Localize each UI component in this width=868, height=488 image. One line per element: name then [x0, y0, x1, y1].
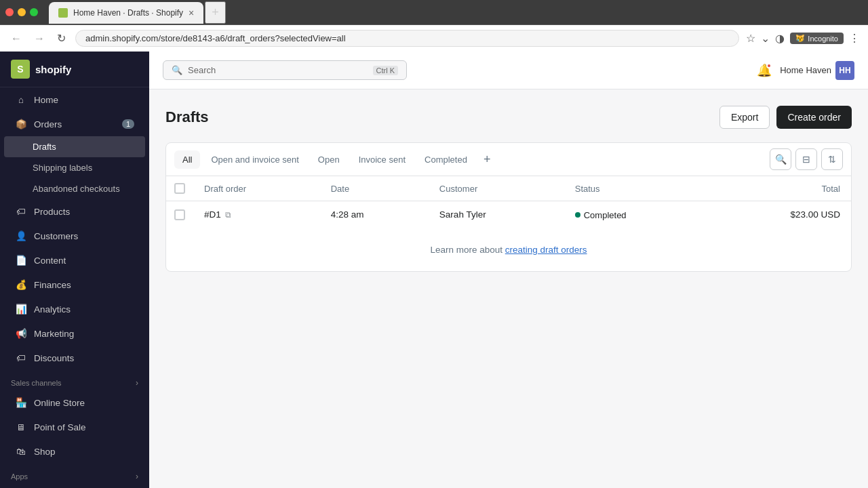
filter-tab-completed[interactable]: Completed: [416, 150, 475, 169]
filter-tab-invoice-sent[interactable]: Invoice sent: [351, 150, 414, 169]
row-checkbox[interactable]: [174, 209, 185, 220]
shopify-logo-letter: S: [17, 64, 23, 75]
filter-tab-all[interactable]: All: [174, 150, 200, 169]
col-draft-order: Draft order: [193, 176, 320, 201]
new-tab-btn[interactable]: +: [205, 1, 226, 24]
sidebar-item-label: Online Store: [34, 398, 85, 408]
window-controls: [5, 8, 38, 16]
filter-table-btn[interactable]: ⊟: [795, 148, 817, 170]
incognito-badge: 😿 Incognito: [790, 33, 844, 44]
sidebar-item-point-of-sale[interactable]: 🖥 Point of Sale: [4, 415, 145, 439]
export-btn[interactable]: Export: [719, 106, 770, 129]
row-total: $23.00 USD: [709, 201, 851, 228]
download-icon[interactable]: ⌄: [761, 32, 770, 45]
products-icon: 🏷: [15, 205, 27, 218]
tab-favicon: [58, 8, 68, 18]
sidebar-item-drafts[interactable]: Drafts: [4, 136, 145, 157]
address-input[interactable]: [75, 30, 739, 47]
filter-tab-open-invoice-sent[interactable]: Open and invoice sent: [203, 150, 307, 169]
search-bar[interactable]: 🔍 Search Ctrl K: [163, 60, 407, 80]
store-switcher-btn[interactable]: Home Haven HH: [780, 61, 854, 80]
select-all-checkbox[interactable]: [174, 183, 185, 194]
sidebar-item-content[interactable]: 📄 Content: [4, 249, 145, 272]
copy-icon[interactable]: ⧉: [225, 210, 231, 220]
extensions-icon[interactable]: ◑: [775, 32, 785, 45]
learn-more-text: Learn more about: [430, 245, 505, 255]
sidebar-item-products[interactable]: 🏷 Products: [4, 200, 145, 223]
address-bar: ← → ↻ ☆ ⌄ ◑ 😿 Incognito ⋮: [0, 24, 868, 52]
close-window-btn[interactable]: [5, 8, 14, 16]
col-customer: Customer: [429, 176, 564, 201]
col-date: Date: [320, 176, 429, 201]
topbar: 🔍 Search Ctrl K 🔔 Home Haven HH: [149, 52, 868, 89]
sidebar-item-label: Discounts: [34, 353, 74, 363]
sidebar-item-label: Shop: [34, 447, 56, 457]
drafts-table: Draft order Date Customer Status Total: [166, 176, 851, 228]
sidebar-item-label: Finances: [34, 280, 71, 290]
notifications-btn[interactable]: 🔔: [757, 63, 772, 78]
sidebar-item-home[interactable]: ⌂ Home: [4, 88, 145, 111]
main-content: 🔍 Search Ctrl K 🔔 Home Haven HH: [149, 52, 868, 488]
sidebar: S shopify ⌂ Home 📦 Orders 1 Drafts Shipp…: [0, 52, 149, 488]
table-actions: 🔍 ⊟ ⇅: [770, 148, 843, 170]
add-filter-btn[interactable]: +: [478, 150, 496, 169]
filter-tab-open[interactable]: Open: [310, 150, 348, 169]
status-badge: Completed: [575, 210, 627, 220]
sales-channels-section[interactable]: Sales channels ›: [0, 370, 149, 390]
create-order-btn[interactable]: Create order: [776, 106, 852, 129]
sidebar-item-label: Content: [34, 256, 66, 266]
content-icon: 📄: [15, 254, 27, 266]
orders-badge: 1: [122, 119, 134, 129]
sidebar-item-label: Analytics: [34, 304, 71, 314]
sidebar-item-analytics[interactable]: 📊 Analytics: [4, 298, 145, 321]
sidebar-item-settings[interactable]: ⚙ Settings: [4, 485, 145, 488]
search-placeholder: Search: [188, 65, 216, 75]
shopify-logo[interactable]: S shopify: [11, 60, 71, 79]
apps-label: Apps: [11, 472, 28, 481]
sidebar-item-customers[interactable]: 👤 Customers: [4, 224, 145, 247]
minimize-window-btn[interactable]: [18, 8, 26, 16]
forward-btn[interactable]: →: [31, 31, 47, 46]
sidebar-item-label: Marketing: [34, 329, 74, 339]
sidebar-item-shop[interactable]: 🛍 Shop: [4, 440, 145, 463]
title-bar: Home Haven · Drafts · Shopify × +: [0, 0, 868, 24]
sidebar-item-online-store[interactable]: 🏪 Online Store: [4, 391, 145, 414]
marketing-icon: 📢: [15, 327, 27, 340]
sales-channels-chevron: ›: [136, 378, 138, 388]
sidebar-item-shipping-labels[interactable]: Shipping labels: [4, 157, 145, 178]
reload-btn[interactable]: ↻: [54, 30, 68, 46]
sidebar-item-orders[interactable]: 📦 Orders 1: [4, 113, 145, 136]
maximize-window-btn[interactable]: [30, 8, 38, 16]
search-shortcut: Ctrl K: [373, 66, 399, 75]
active-tab[interactable]: Home Haven · Drafts · Shopify ×: [49, 2, 203, 24]
search-table-btn[interactable]: 🔍: [770, 148, 791, 170]
app-container: S shopify ⌂ Home 📦 Orders 1 Drafts Shipp…: [0, 52, 868, 488]
tab-close-btn[interactable]: ×: [189, 7, 194, 18]
sidebar-item-finances[interactable]: 💰 Finances: [4, 273, 145, 296]
apps-chevron: ›: [136, 472, 138, 481]
sidebar-item-label: Point of Sale: [34, 422, 86, 432]
row-checkbox-cell[interactable]: [166, 201, 193, 228]
sort-table-btn[interactable]: ⇅: [821, 148, 843, 170]
sidebar-item-discounts[interactable]: 🏷 Discounts: [4, 346, 145, 369]
address-actions: ☆ ⌄ ◑ 😿 Incognito ⋮: [746, 32, 860, 45]
col-total: Total: [709, 176, 851, 201]
store-name: Home Haven: [780, 65, 831, 75]
store-initials: HH: [839, 66, 850, 75]
bookmark-icon[interactable]: ☆: [746, 32, 755, 45]
apps-section[interactable]: Apps ›: [0, 464, 149, 484]
status-dot: [575, 212, 580, 218]
menu-icon[interactable]: ⋮: [849, 32, 860, 45]
sidebar-item-abandoned-checkouts[interactable]: Abandoned checkouts: [4, 178, 145, 199]
sidebar-item-marketing[interactable]: 📢 Marketing: [4, 322, 145, 345]
table-row: #D1 ⧉ 4:28 am Sarah Tyler Completed: [166, 201, 851, 228]
select-all-header[interactable]: [166, 176, 193, 201]
sales-channels-label: Sales channels: [11, 379, 62, 387]
customers-icon: 👤: [15, 230, 27, 242]
row-date: 4:28 am: [320, 201, 429, 228]
back-btn[interactable]: ←: [8, 31, 24, 46]
draft-order-link[interactable]: #D1 ⧉: [204, 209, 309, 220]
sidebar-header: S shopify: [0, 52, 149, 87]
table-header: Draft order Date Customer Status Total: [166, 176, 851, 201]
creating-draft-orders-link[interactable]: creating draft orders: [505, 245, 587, 255]
